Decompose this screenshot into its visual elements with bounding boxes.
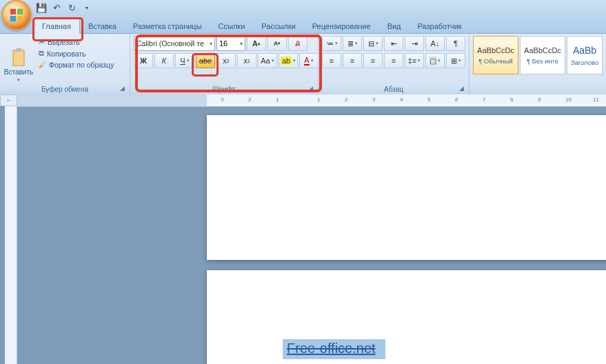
grow-font-button[interactable]: A▴ [247, 36, 266, 51]
shading-button[interactable]: ▢ [425, 53, 445, 68]
tab-view[interactable]: Вид [379, 19, 410, 33]
chevron-down-icon: ▾ [240, 41, 243, 47]
style-no-spacing[interactable]: AaBbCcDc ¶ Без инте [520, 36, 565, 74]
office-button[interactable] [1, 0, 32, 30]
document-page-1[interactable] [207, 115, 606, 260]
sort-button[interactable]: A↓ [425, 36, 445, 51]
tab-insert[interactable]: Вставка [80, 19, 125, 33]
style-normal[interactable]: AaBbCcDc ¶ Обычный [473, 36, 518, 74]
style-name: Заголово [571, 59, 599, 66]
quick-access-toolbar: 💾 ↶ ↻ ▾ [36, 2, 92, 13]
font-size-value: 16 [219, 39, 228, 48]
windows-icon [492, 346, 505, 358]
strikethrough-button[interactable]: abe [196, 53, 215, 68]
tab-review[interactable]: Рецензирование [304, 19, 379, 33]
font-size-combo[interactable]: 16 ▾ [216, 36, 245, 51]
font-family-value: Calibri (Основной те [137, 39, 204, 48]
svg-rect-1 [17, 9, 23, 14]
selected-text[interactable]: Free-office.net [283, 339, 385, 359]
decrease-indent-button[interactable]: ⇤ [384, 36, 403, 51]
svg-rect-7 [498, 347, 503, 352]
ribbon-tabs: Главная Вставка Разметка страницы Ссылки… [0, 15, 606, 34]
vertical-ruler[interactable] [5, 106, 17, 364]
titlebar: 💾 ↶ ↻ ▾ [0, 0, 606, 15]
font-dialog-launcher[interactable]: ◢ [308, 85, 316, 93]
superscript-button[interactable]: x2 [237, 53, 256, 68]
svg-rect-6 [493, 347, 498, 352]
shrink-font-button[interactable]: A▾ [267, 36, 287, 51]
svg-rect-3 [17, 16, 23, 21]
cut-label: Вырезать [48, 38, 80, 46]
group-styles: AaBbCcDc ¶ Обычный AaBbCcDc ¶ Без инте A… [469, 34, 606, 94]
redo-icon[interactable]: ↻ [66, 2, 77, 13]
format-painter-label: Формат по образцу [49, 61, 114, 69]
undo-icon[interactable]: ↶ [51, 2, 62, 13]
style-preview: AaBb [573, 45, 596, 56]
justify-button[interactable]: ≡ [384, 53, 403, 68]
numbering-button[interactable]: ≣ [343, 36, 362, 51]
tab-home[interactable]: Главная [33, 18, 80, 34]
style-heading[interactable]: AaBb Заголово [567, 36, 603, 74]
format-painter-icon: 🖌 [39, 61, 46, 69]
paste-icon [10, 48, 27, 67]
clipboard-dialog-launcher[interactable]: ◢ [120, 85, 128, 93]
borders-button[interactable]: ⊞ [446, 53, 465, 68]
svg-rect-0 [10, 9, 16, 14]
line-spacing-button[interactable]: ‡≡ [405, 53, 424, 68]
paste-label: Вставить [4, 68, 33, 76]
copy-label: Копировать [47, 50, 86, 58]
show-marks-button[interactable]: ¶ [446, 36, 465, 51]
group-font: Calibri (Основной те ▾ 16 ▾ A▴ A▾ A̷ Ж К… [130, 34, 319, 94]
group-label-paragraph: Абзац [319, 84, 469, 94]
qat-dropdown-icon[interactable]: ▾ [81, 2, 92, 13]
tab-references[interactable]: Ссылки [210, 19, 254, 33]
watermark-text: FREE-OFFICE.NET [509, 347, 599, 358]
chevron-down-icon: ▾ [17, 77, 20, 83]
italic-button[interactable]: К [154, 53, 174, 68]
group-label-font: Шрифт [130, 84, 318, 94]
styles-gallery[interactable]: AaBbCcDc ¶ Обычный AaBbCcDc ¶ Без инте A… [473, 36, 603, 74]
style-name: ¶ Без инте [527, 57, 558, 65]
save-icon[interactable]: 💾 [36, 2, 47, 13]
office-logo-icon [9, 8, 24, 23]
paragraph-dialog-launcher[interactable]: ◢ [459, 85, 467, 93]
tab-page-layout[interactable]: Разметка страницы [125, 19, 210, 33]
change-case-button[interactable]: Aa [258, 53, 277, 68]
style-name: ¶ Обычный [478, 57, 513, 65]
clear-formatting-button[interactable]: A̷ [288, 36, 307, 51]
svg-rect-9 [498, 353, 503, 358]
ruler-ticks: 3211234567891011 [207, 94, 606, 106]
font-color-button[interactable]: A [299, 53, 319, 68]
ruler-corner[interactable]: ⌐ [0, 94, 17, 106]
svg-rect-2 [10, 16, 16, 21]
underline-button[interactable]: Ч [175, 53, 194, 68]
svg-rect-4 [13, 50, 24, 65]
horizontal-ruler[interactable]: 3211234567891011 [17, 94, 606, 107]
copy-icon: ⧉ [39, 49, 44, 58]
increase-indent-button[interactable]: ⇥ [405, 36, 424, 51]
bullets-button[interactable]: ≔ [322, 36, 341, 51]
align-left-button[interactable]: ≡ [322, 53, 341, 68]
align-right-button[interactable]: ≡ [363, 53, 383, 68]
group-label-clipboard: Буфер обмена [0, 84, 130, 94]
align-center-button[interactable]: ≡ [343, 53, 362, 68]
ribbon: Вставить ▾ ✂ Вырезать ⧉ Копировать 🖌 Фор… [0, 34, 606, 95]
copy-button[interactable]: ⧉ Копировать [37, 48, 116, 59]
style-preview: AaBbCcDc [477, 46, 514, 54]
svg-rect-8 [493, 353, 498, 357]
group-paragraph: ≔ ≣ ⊟ ⇤ ⇥ A↓ ¶ ≡ ≡ ≡ ≡ ‡≡ ▢ ⊞ Абзац ◢ [319, 34, 469, 94]
cut-button[interactable]: ✂ Вырезать [37, 37, 116, 47]
tab-mailings[interactable]: Рассылки [253, 19, 303, 33]
format-painter-button[interactable]: 🖌 Формат по образцу [37, 60, 116, 70]
group-clipboard: Вставить ▾ ✂ Вырезать ⧉ Копировать 🖌 Фор… [0, 34, 130, 94]
style-preview: AaBbCcDc [524, 46, 561, 54]
cut-icon: ✂ [39, 38, 45, 46]
multilevel-list-button[interactable]: ⊟ [363, 36, 383, 51]
bold-button[interactable]: Ж [134, 53, 153, 68]
subscript-button[interactable]: x2 [216, 53, 236, 68]
svg-rect-5 [16, 48, 21, 52]
tab-developer[interactable]: Разработчик [410, 19, 470, 33]
watermark: FREE-OFFICE.NET [492, 346, 599, 358]
font-family-combo[interactable]: Calibri (Основной те ▾ [134, 36, 215, 51]
highlight-color-button[interactable]: ab [279, 53, 298, 68]
